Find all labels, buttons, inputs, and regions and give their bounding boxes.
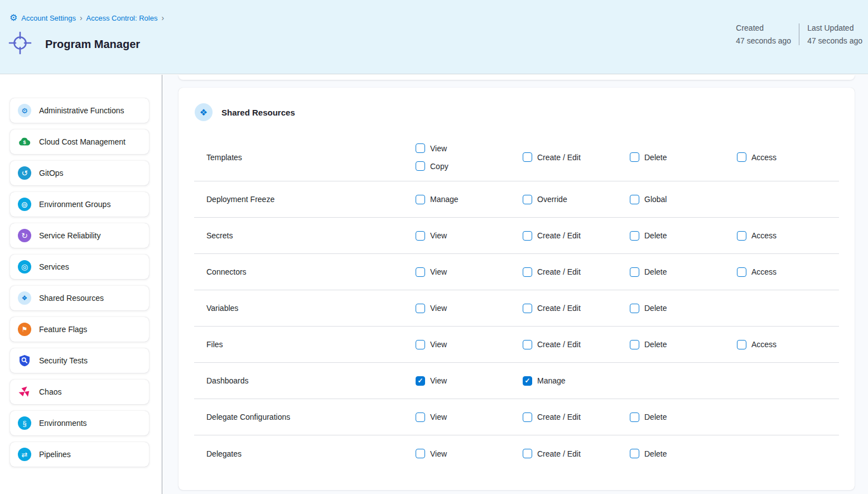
checkbox-unchecked-icon[interactable] bbox=[416, 304, 425, 313]
permission-checkbox-connectors-access[interactable]: Access bbox=[737, 267, 839, 277]
permission-checkbox-variables-view[interactable]: View bbox=[416, 304, 523, 313]
resource-label: Delegates bbox=[194, 449, 416, 458]
pipelines-icon: ⇄ bbox=[18, 448, 31, 461]
permission-checkbox-deployment-freeze-manage[interactable]: Manage bbox=[416, 195, 523, 204]
permission-checkbox-dashboards-view[interactable]: ✓View bbox=[416, 376, 523, 386]
permission-checkbox-connectors-create-edit[interactable]: Create / Edit bbox=[523, 267, 630, 277]
checkbox-unchecked-icon[interactable] bbox=[416, 231, 425, 241]
permission-checkbox-variables-delete[interactable]: Delete bbox=[630, 304, 737, 313]
permission-checkbox-variables-create-edit[interactable]: Create / Edit bbox=[523, 304, 630, 313]
resource-label: Files bbox=[194, 340, 416, 349]
checkbox-unchecked-icon[interactable] bbox=[630, 304, 639, 313]
permission-cell: Manage bbox=[416, 195, 523, 204]
permission-checkbox-delegate-configurations-view[interactable]: View bbox=[416, 413, 523, 422]
sidebar-item-pipelines[interactable]: ⇄Pipelines bbox=[10, 442, 149, 467]
checkbox-unchecked-icon[interactable] bbox=[416, 340, 425, 349]
checkbox-label: Create / Edit bbox=[537, 267, 581, 276]
checkbox-unchecked-icon[interactable] bbox=[630, 340, 639, 349]
sidebar-item-security-tests[interactable]: Security Tests bbox=[10, 348, 149, 373]
breadcrumb-access-control-roles[interactable]: Access Control: Roles bbox=[86, 14, 158, 22]
checkbox-unchecked-icon[interactable] bbox=[737, 231, 746, 241]
permission-checkbox-delegate-configurations-create-edit[interactable]: Create / Edit bbox=[523, 413, 630, 422]
permission-checkbox-secrets-delete[interactable]: Delete bbox=[630, 231, 737, 241]
checkbox-checked-icon[interactable]: ✓ bbox=[416, 376, 425, 386]
sidebar-item-label: Environment Groups bbox=[39, 200, 110, 209]
checkbox-unchecked-icon[interactable] bbox=[630, 449, 639, 458]
permission-checkbox-templates-copy[interactable]: Copy bbox=[416, 161, 523, 171]
permission-checkbox-templates-access[interactable]: Access bbox=[737, 152, 839, 162]
permission-checkbox-secrets-view[interactable]: View bbox=[416, 231, 523, 241]
sidebar-item-environment-groups[interactable]: ⊚Environment Groups bbox=[10, 192, 149, 217]
checkbox-unchecked-icon[interactable] bbox=[737, 152, 746, 162]
breadcrumb-account-settings[interactable]: Account Settings bbox=[21, 14, 76, 22]
checkbox-unchecked-icon[interactable] bbox=[416, 267, 425, 277]
page-title: Program Manager bbox=[45, 38, 140, 51]
shared-resources-icon: ❖ bbox=[18, 291, 31, 305]
permission-checkbox-dashboards-manage[interactable]: ✓Manage bbox=[523, 376, 630, 386]
svg-text:$: $ bbox=[23, 140, 26, 145]
sidebar-item-administrative-functions[interactable]: ⚙Administrative Functions bbox=[10, 98, 149, 123]
permission-checkbox-templates-delete[interactable]: Delete bbox=[630, 152, 737, 162]
permission-checkbox-deployment-freeze-global[interactable]: Global bbox=[630, 195, 737, 204]
checkbox-unchecked-icon[interactable] bbox=[523, 340, 532, 349]
sidebar-item-shared-resources[interactable]: ❖Shared Resources bbox=[10, 286, 149, 310]
sidebar-item-feature-flags[interactable]: ⚑Feature Flags bbox=[10, 317, 149, 342]
checkbox-unchecked-icon[interactable] bbox=[630, 413, 639, 422]
permission-checkbox-connectors-view[interactable]: View bbox=[416, 267, 523, 277]
sidebar-item-service-reliability[interactable]: ↻Service Reliability bbox=[10, 223, 149, 248]
checkbox-unchecked-icon[interactable] bbox=[523, 304, 532, 313]
gitops-icon: ↺ bbox=[18, 166, 31, 180]
sidebar-item-label: GitOps bbox=[39, 169, 64, 178]
permission-row-dashboards: Dashboards✓View✓Manage bbox=[194, 363, 839, 399]
role-timestamps: Created 47 seconds ago Last Updated 47 s… bbox=[736, 23, 862, 45]
checkbox-unchecked-icon[interactable] bbox=[630, 231, 639, 241]
permission-checkbox-files-create-edit[interactable]: Create / Edit bbox=[523, 340, 630, 349]
checkbox-unchecked-icon[interactable] bbox=[523, 449, 532, 458]
permission-checkbox-deployment-freeze-override[interactable]: Override bbox=[523, 195, 630, 204]
checkbox-unchecked-icon[interactable] bbox=[523, 413, 532, 422]
checkbox-unchecked-icon[interactable] bbox=[523, 267, 532, 277]
permission-checkbox-delegates-delete[interactable]: Delete bbox=[630, 449, 737, 458]
permission-checkbox-secrets-access[interactable]: Access bbox=[737, 231, 839, 241]
checkbox-checked-icon[interactable]: ✓ bbox=[523, 376, 532, 386]
service-reliability-icon: ↻ bbox=[18, 229, 31, 242]
permission-cell: ✓View bbox=[416, 376, 523, 386]
sidebar-item-environments[interactable]: §Environments bbox=[10, 411, 149, 435]
checkbox-unchecked-icon[interactable] bbox=[416, 195, 425, 204]
checkbox-unchecked-icon[interactable] bbox=[630, 195, 639, 204]
checkbox-unchecked-icon[interactable] bbox=[737, 340, 746, 349]
permission-checkbox-delegate-configurations-delete[interactable]: Delete bbox=[630, 413, 737, 422]
checkbox-unchecked-icon[interactable] bbox=[416, 413, 425, 422]
permission-cell: View bbox=[416, 340, 523, 349]
permission-cell: Delete bbox=[630, 413, 737, 422]
checkbox-unchecked-icon[interactable] bbox=[523, 195, 532, 204]
checkbox-unchecked-icon[interactable] bbox=[416, 449, 425, 458]
checkbox-unchecked-icon[interactable] bbox=[630, 152, 639, 162]
sidebar-item-services[interactable]: ◎Services bbox=[10, 255, 149, 279]
permission-checkbox-connectors-delete[interactable]: Delete bbox=[630, 267, 737, 277]
checkbox-unchecked-icon[interactable] bbox=[416, 143, 425, 153]
sidebar-item-cloud-cost-management[interactable]: $Cloud Cost Management bbox=[10, 130, 149, 154]
checkbox-unchecked-icon[interactable] bbox=[630, 267, 639, 277]
permission-cell: View bbox=[416, 449, 523, 458]
permission-checkbox-files-access[interactable]: Access bbox=[737, 340, 839, 349]
checkbox-label: Delete bbox=[644, 267, 667, 276]
checkbox-label: View bbox=[430, 413, 447, 421]
permission-checkbox-templates-view[interactable]: View bbox=[416, 143, 523, 153]
permission-checkbox-delegates-view[interactable]: View bbox=[416, 449, 523, 458]
checkbox-unchecked-icon[interactable] bbox=[523, 152, 532, 162]
permission-checkbox-templates-create-edit[interactable]: Create / Edit bbox=[523, 152, 630, 162]
sidebar-item-chaos[interactable]: Chaos bbox=[10, 380, 149, 404]
permission-checkbox-files-view[interactable]: View bbox=[416, 340, 523, 349]
created-label: Created bbox=[736, 23, 791, 32]
permission-checkbox-files-delete[interactable]: Delete bbox=[630, 340, 737, 349]
checkbox-unchecked-icon[interactable] bbox=[523, 231, 532, 241]
permission-checkbox-secrets-create-edit[interactable]: Create / Edit bbox=[523, 231, 630, 241]
checkbox-label: Delete bbox=[644, 304, 667, 313]
sidebar-item-gitops[interactable]: ↺GitOps bbox=[10, 161, 149, 185]
permission-row-deployment-freeze: Deployment FreezeManageOverrideGlobal bbox=[194, 181, 839, 218]
checkbox-unchecked-icon[interactable] bbox=[416, 161, 425, 171]
permission-checkbox-delegates-create-edit[interactable]: Create / Edit bbox=[523, 449, 630, 458]
checkbox-label: Delete bbox=[644, 449, 667, 458]
checkbox-unchecked-icon[interactable] bbox=[737, 267, 746, 277]
